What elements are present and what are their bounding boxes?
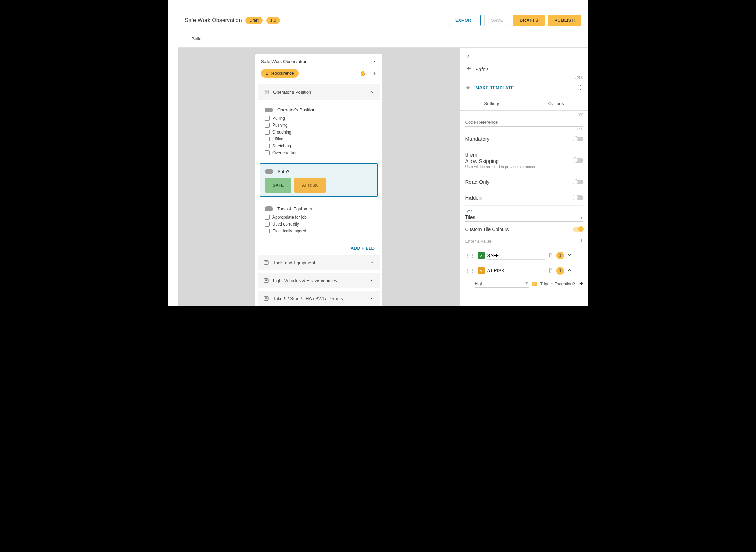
reoccurence-badge[interactable]: 1 Reoccurence — [261, 69, 299, 78]
checkbox-icon — [265, 222, 270, 227]
tile-config-safe: ⋮⋮ ✓ 0 — [465, 248, 583, 263]
type-select[interactable]: Tiles ▼ — [465, 213, 583, 222]
char-counter: 5 / 250 — [465, 75, 583, 80]
hand-stop-icon[interactable]: ✋ — [360, 70, 366, 76]
severity-value: High — [475, 281, 484, 286]
list-icon — [263, 89, 269, 95]
tab-options[interactable]: Options — [524, 98, 588, 110]
svg-rect-9 — [264, 297, 268, 301]
exception-config-row: High ▼ ✓ Trigger Exception? + — [465, 278, 583, 289]
color-swatch-orange[interactable] — [478, 267, 485, 274]
canvas[interactable]: Safe Work Observation 1 Reoccurence ✋ + … — [178, 48, 460, 306]
severity-select[interactable]: High ▼ — [475, 280, 529, 288]
star-icon[interactable]: ★ — [465, 84, 471, 91]
color-swatch-green[interactable]: ✓ — [478, 252, 485, 259]
export-button[interactable]: EXPORT — [449, 15, 481, 26]
kebab-menu-icon[interactable]: ⋮ — [578, 84, 583, 91]
section-take5-permits[interactable]: Take 5 / Start / JHA / SWI / Permits — [258, 291, 380, 306]
right-panel: Safe? 5 / 250 ★ MAKE TEMPLATE ⋮ Settings… — [460, 48, 588, 306]
readonly-toggle[interactable] — [573, 180, 583, 184]
enter-value-input[interactable]: Enter a value — [465, 239, 492, 244]
delete-icon[interactable] — [547, 252, 554, 259]
custom-tile-colours-toggle[interactable] — [573, 227, 583, 232]
arrow-left-icon — [465, 66, 471, 72]
tile-safe[interactable]: SAFE — [265, 178, 291, 193]
field-label: Safe? — [278, 169, 289, 174]
page-title: Safe Work Observation — [185, 17, 242, 24]
check-label: Pulling — [272, 116, 285, 121]
add-icon[interactable]: + — [372, 70, 377, 77]
check-item[interactable]: Used correctly — [265, 222, 373, 227]
switch-icon — [265, 169, 273, 174]
save-button[interactable]: SAVE — [484, 15, 510, 26]
allow-skipping-toggle[interactable] — [573, 158, 583, 163]
trigger-exception-checkbox[interactable]: ✓ — [532, 282, 537, 286]
add-field-row: ADD FIELD — [255, 241, 382, 255]
tile-at-risk[interactable]: AT RISK — [294, 178, 326, 193]
add-exception-icon[interactable]: + — [579, 280, 583, 287]
drag-handle-icon[interactable]: ⋮⋮ — [465, 253, 475, 258]
chevron-up-icon — [372, 59, 377, 64]
check-label: Crouching — [272, 130, 291, 135]
tab-build[interactable]: Build — [178, 31, 216, 47]
check-item[interactable]: Stretching — [265, 144, 373, 148]
checkbox-icon — [265, 150, 270, 155]
check-item[interactable]: Pushing — [265, 123, 373, 128]
check-label: Lifting — [272, 137, 284, 141]
back-button[interactable] — [465, 66, 471, 73]
switch-icon — [265, 108, 273, 112]
chevron-down-icon — [369, 296, 374, 301]
checkbox-icon — [265, 144, 270, 148]
chevron-down-icon — [369, 260, 374, 265]
svg-rect-3 — [264, 261, 268, 265]
allow-skipping-sub: User will be required to provide a comme… — [465, 165, 538, 169]
tile-label-input[interactable] — [487, 251, 544, 260]
checkbox-icon — [265, 215, 270, 220]
list-icon — [263, 296, 269, 301]
svg-rect-0 — [264, 90, 268, 94]
add-field-button[interactable]: ADD FIELD — [351, 246, 375, 251]
publish-button[interactable]: PUBLISH — [548, 15, 581, 26]
field-tools-equipment[interactable]: Tools & Equipment Appropriate for job Us… — [260, 201, 378, 237]
chevron-up-icon[interactable] — [567, 267, 573, 275]
form-header[interactable]: Safe Work Observation — [255, 54, 382, 67]
check-label: Pushing — [272, 123, 287, 128]
section-tools-and-equipment[interactable]: Tools and Equipment — [258, 255, 380, 270]
chevron-down-icon[interactable] — [567, 252, 573, 259]
check-item[interactable]: Pulling — [265, 116, 373, 121]
check-item[interactable]: Crouching — [265, 130, 373, 135]
check-item[interactable]: Appropriate for job — [265, 215, 373, 220]
make-template-button[interactable]: MAKE TEMPLATE — [476, 85, 573, 90]
breadcrumb-expand[interactable] — [465, 51, 583, 63]
checkbox-icon — [265, 137, 270, 141]
section-title: Operator's Position — [273, 90, 311, 95]
tab-settings[interactable]: Settings — [460, 98, 524, 110]
list-icon — [263, 278, 269, 283]
form-card: Safe Work Observation 1 Reoccurence ✋ + … — [255, 54, 382, 306]
field-operators-position[interactable]: Operator's Position Pulling Pushing Crou… — [260, 102, 378, 159]
check-item[interactable]: Lifting — [265, 137, 373, 141]
checkbox-icon — [265, 123, 270, 128]
mandatory-toggle[interactable] — [573, 137, 583, 141]
section-light-heavy-vehicles[interactable]: Light Vehicles & Heavy Vehicles — [258, 273, 380, 288]
hidden-label: Hidden — [465, 195, 482, 201]
section-title: Light Vehicles & Heavy Vehicles — [273, 278, 337, 283]
check-item[interactable]: Electrically tagged — [265, 229, 373, 233]
badge-version: 1.0 — [266, 17, 280, 24]
check-item[interactable]: Over-exertion — [265, 150, 373, 155]
delete-icon[interactable] — [547, 267, 554, 275]
hidden-toggle[interactable] — [573, 195, 583, 200]
field-title-input[interactable]: Safe? — [476, 67, 583, 72]
add-value-icon[interactable]: + — [579, 238, 583, 245]
topbar: Safe Work Observation Draft 1.0 EXPORT S… — [178, 10, 588, 31]
drafts-button[interactable]: DRAFTS — [513, 15, 545, 26]
field-id-hint: / 100 — [465, 112, 583, 117]
field-safe[interactable]: Safe? SAFE AT RISK — [260, 163, 378, 197]
drag-handle-icon[interactable]: ⋮⋮ — [465, 268, 475, 274]
readonly-label: Read Only — [465, 179, 490, 185]
checklist: Appropriate for job Used correctly Elect… — [265, 215, 373, 233]
section-operators-position[interactable]: Operator's Position — [258, 84, 380, 100]
tile-label-input[interactable] — [487, 267, 544, 275]
list-icon — [263, 260, 269, 265]
code-reference-input[interactable] — [465, 117, 583, 127]
